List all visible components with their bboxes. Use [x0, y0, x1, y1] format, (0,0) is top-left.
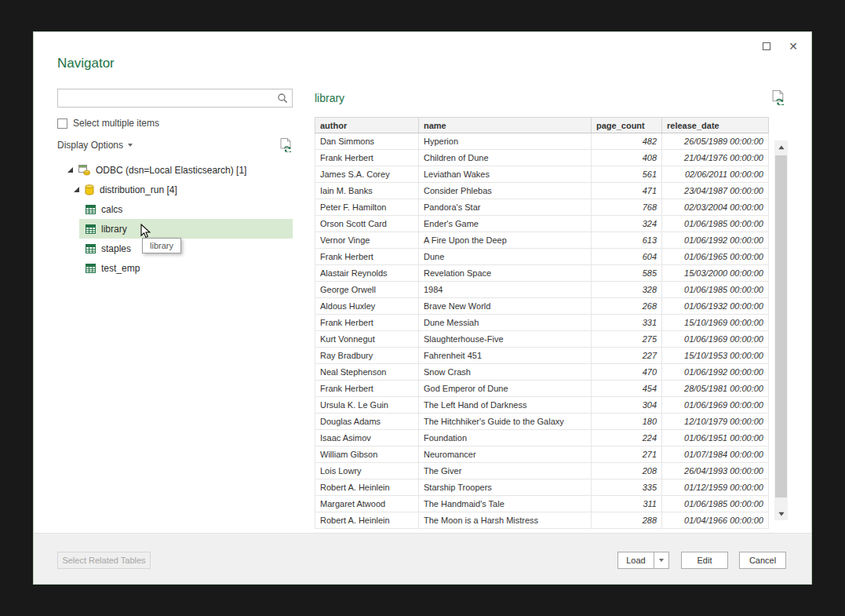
refresh-icon[interactable] — [280, 138, 293, 155]
expander-icon[interactable] — [67, 166, 74, 173]
tree-item-label: test_emp — [101, 263, 140, 274]
table-cell: 01/06/1985 00:00:00 — [662, 216, 769, 232]
table-row: Iain M. BanksConsider Phlebas47123/04/19… — [315, 183, 769, 199]
table-cell: Douglas Adams — [315, 414, 419, 430]
scroll-down-button[interactable] — [774, 507, 788, 520]
tree-item-staples[interactable]: staples — [79, 239, 293, 258]
table-cell: 01/06/1951 00:00:00 — [662, 430, 769, 447]
table-cell: 288 — [592, 512, 662, 529]
table-icon — [86, 244, 96, 253]
table-row: Kurt VonnegutSlaughterhouse-Five27501/06… — [315, 331, 769, 348]
table-cell: 585 — [592, 265, 662, 282]
display-options-dropdown[interactable]: Display Options — [57, 140, 123, 151]
table-cell: Leviathan Wakes — [419, 166, 592, 183]
table-row: Peter F. HamiltonPandora's Star76802/03/… — [315, 199, 769, 216]
table-cell: Frank Herbert — [315, 315, 419, 331]
table-cell: God Emperor of Dune — [419, 381, 592, 397]
table-cell: The Hitchhiker's Guide to the Galaxy — [419, 414, 592, 430]
search-box — [57, 89, 293, 108]
table-cell: Kurt Vonnegut — [315, 331, 419, 348]
column-header-page_count[interactable]: page_count — [592, 118, 662, 133]
table-cell: Frank Herbert — [315, 381, 419, 397]
maximize-button[interactable] — [755, 37, 778, 56]
table-cell: 28/05/1981 00:00:00 — [662, 381, 769, 397]
table-cell: Foundation — [419, 430, 592, 447]
table-icon — [86, 264, 96, 273]
table-cell: 311 — [592, 496, 662, 512]
table-cell: Peter F. Hamilton — [315, 199, 419, 216]
refresh-preview-button[interactable] — [772, 90, 785, 108]
table-cell: Snow Crash — [419, 364, 592, 381]
table-cell: 471 — [592, 183, 662, 199]
select-multiple-label: Select multiple items — [73, 118, 159, 129]
table-cell: William Gibson — [315, 447, 419, 463]
table-row: Lois LowryThe Giver20826/04/1993 00:00:0… — [315, 463, 769, 479]
select-multiple-row[interactable]: Select multiple items — [57, 117, 293, 129]
table-cell: Frank Herbert — [315, 249, 419, 265]
backdrop: { "colors": { "accent_green": "#217346",… — [0, 0, 845, 616]
table-row: Aldous HuxleyBrave New World26801/06/193… — [315, 298, 769, 315]
table-row: Neal StephensonSnow Crash47001/06/1992 0… — [315, 364, 769, 381]
close-icon: ✕ — [789, 41, 798, 52]
column-header-name[interactable]: name — [419, 118, 592, 133]
tree-item-odbc-source[interactable]: ODBC (dsn=Local Elasticsearch) [1] — [57, 160, 293, 180]
column-header-release_date[interactable]: release_date — [662, 118, 769, 133]
load-button[interactable]: Load — [617, 552, 654, 569]
table-cell: Neuromancer — [419, 447, 592, 463]
table-cell: Alastair Reynolds — [315, 265, 419, 282]
scroll-thumb[interactable] — [775, 155, 787, 498]
table-row: Robert A. HeinleinStarship Troopers33501… — [315, 479, 769, 496]
table-cell: Orson Scott Card — [315, 216, 419, 232]
scrollbar[interactable] — [774, 140, 788, 520]
footer: Select Related Tables Load Edit Cancel — [34, 533, 811, 584]
table-cell: 01/07/1984 00:00:00 — [662, 447, 769, 463]
table-cell: Slaughterhouse-Five — [419, 331, 592, 348]
table-cell: The Giver — [419, 463, 592, 479]
table-cell: 268 — [592, 298, 662, 315]
table-cell: Iain M. Banks — [315, 183, 419, 199]
select-related-tables-button[interactable]: Select Related Tables — [57, 552, 151, 569]
table-cell: The Handmaid's Tale — [419, 496, 592, 512]
table-cell: Consider Phlebas — [419, 183, 592, 199]
table-cell: 12/10/1979 00:00:00 — [662, 414, 769, 430]
tree-item-database[interactable]: distribution_run [4] — [57, 180, 293, 199]
tree-item-calcs[interactable]: calcs — [79, 199, 293, 219]
expander-icon[interactable] — [73, 186, 80, 193]
load-button-group: Load — [617, 552, 669, 569]
tree-item-test_emp[interactable]: test_emp — [79, 258, 293, 278]
table-cell: 02/06/2011 00:00:00 — [662, 166, 769, 183]
table-icon — [86, 205, 96, 214]
table-row: Margaret AtwoodThe Handmaid's Tale31101/… — [315, 496, 769, 512]
cancel-button[interactable]: Cancel — [739, 552, 786, 569]
table-row: William GibsonNeuromancer27101/07/1984 0… — [315, 447, 769, 463]
table-cell: Ray Bradbury — [315, 348, 419, 364]
chevron-down-icon — [128, 144, 133, 147]
scroll-up-button[interactable] — [774, 140, 788, 154]
table-cell: 15/03/2000 00:00:00 — [662, 265, 769, 282]
tree-item-label: library — [101, 224, 127, 235]
table-cell: 227 — [592, 348, 662, 364]
tree-item-label: staples — [101, 243, 131, 254]
edit-button[interactable]: Edit — [681, 552, 728, 569]
table-row: Frank HerbertDune60401/06/1965 00:00:00 — [315, 249, 769, 265]
table-cell: Margaret Atwood — [315, 496, 419, 512]
table-row: Dan SimmonsHyperion48226/05/1989 00:00:0… — [315, 133, 769, 150]
preview-pane: authornamepage_countrelease_date Dan Sim… — [315, 117, 768, 529]
select-multiple-checkbox[interactable] — [57, 118, 67, 129]
tree-item-library[interactable]: library — [79, 219, 293, 239]
close-button[interactable]: ✕ — [781, 37, 805, 56]
table-cell: 454 — [592, 381, 662, 397]
table-cell: 15/10/1969 00:00:00 — [662, 315, 769, 331]
table-cell: Fahrenheit 451 — [419, 348, 592, 364]
odbc-source-icon — [78, 164, 90, 176]
table-cell: 482 — [592, 133, 662, 150]
table-cell: 470 — [592, 364, 662, 381]
table-cell: 01/06/1985 00:00:00 — [662, 282, 769, 298]
load-dropdown-button[interactable] — [654, 552, 669, 569]
table-row: Ursula K. Le GuinThe Left Hand of Darkne… — [315, 397, 769, 414]
search-icon[interactable] — [277, 93, 288, 104]
search-input[interactable] — [58, 89, 292, 107]
table-cell: Ender's Game — [419, 216, 592, 232]
table-row: Isaac AsimovFoundation22401/06/1951 00:0… — [315, 430, 769, 447]
column-header-author[interactable]: author — [315, 118, 419, 133]
